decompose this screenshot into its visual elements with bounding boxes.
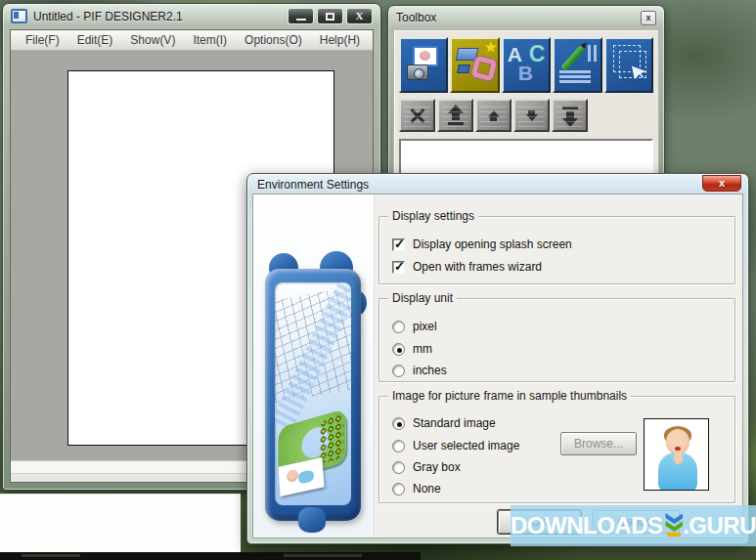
close-icon: X <box>356 11 364 22</box>
selection-marquee-icon <box>619 51 646 78</box>
background-white-panel <box>0 494 241 552</box>
radio-standard-image[interactable]: Standard image <box>392 415 496 431</box>
watermark-text-right: .GURU <box>683 512 756 539</box>
radio-selected-icon <box>392 343 405 356</box>
arrow-down-icon <box>562 118 578 127</box>
line-icon <box>594 45 597 62</box>
rectangle-small-icon <box>458 65 471 73</box>
arrow-stem <box>452 113 460 120</box>
bring-forward-button[interactable] <box>475 99 511 132</box>
checkmark-icon: ✓ <box>394 259 405 275</box>
option-label: Gray box <box>413 460 461 474</box>
line-icon <box>588 45 591 62</box>
option-label: mm <box>413 342 432 356</box>
option-label: Open with frames wizard <box>413 260 542 274</box>
group-label: Image for picture frame in sample thumbn… <box>388 389 631 403</box>
menubar: File(F) Edit(E) Show(V) Item(I) Options(… <box>11 30 373 51</box>
arrow-stem <box>566 111 574 118</box>
maximize-icon <box>326 13 334 21</box>
delete-x-icon <box>409 107 426 124</box>
send-to-back-button[interactable] <box>552 99 588 132</box>
radio-user-selected-image[interactable]: User selected image <box>392 438 519 453</box>
group-label: Display unit <box>388 291 457 305</box>
delete-item-button[interactable] <box>399 99 435 132</box>
radio-pixel[interactable]: pixel <box>392 319 437 334</box>
bottom-dark-strip <box>0 552 421 560</box>
dialog-client-area: Display settings ✓ Display opening splas… <box>252 194 743 538</box>
bring-to-front-button[interactable] <box>437 99 473 132</box>
dialog-banner-panel <box>253 194 375 538</box>
send-backward-button[interactable] <box>513 99 550 132</box>
option-label: None <box>413 482 441 495</box>
checkbox-icon: ✓ <box>392 238 405 251</box>
tool-button-row: A C B <box>399 37 653 93</box>
download-arrow-base <box>667 533 681 537</box>
tool-text-button[interactable]: A C B <box>502 37 551 93</box>
maximize-button[interactable] <box>317 8 343 24</box>
minimize-icon <box>296 19 306 21</box>
radio-icon <box>392 321 405 333</box>
menu-item-help[interactable]: Help(H) <box>311 31 369 49</box>
menu-item-file[interactable]: File(F) <box>17 31 68 49</box>
arrow-stem <box>490 117 497 121</box>
radio-none[interactable]: None <box>392 481 441 496</box>
arrange-button-row <box>399 99 653 132</box>
download-arrow-icon <box>664 513 681 538</box>
radio-icon <box>392 483 405 495</box>
decorative-mark <box>284 554 362 557</box>
tool-select-button[interactable] <box>604 37 653 93</box>
line-icon <box>559 70 591 73</box>
browse-button[interactable]: Browse... <box>560 432 637 455</box>
group-display-settings: Display settings ✓ Display opening splas… <box>378 216 735 284</box>
toolbox-title: Toolbox <box>396 11 436 24</box>
option-label: User selected image <box>413 439 519 452</box>
baby-art <box>674 451 683 464</box>
menu-item-options[interactable]: Options(O) <box>236 31 311 49</box>
radio-mm[interactable]: mm <box>392 341 432 357</box>
group-display-unit: Display unit pixel mm inches <box>378 298 735 382</box>
tool-draw-button[interactable] <box>553 37 601 93</box>
menu-item-item[interactable]: Item(I) <box>184 31 236 49</box>
watermark-text-left: DOWNLOADS <box>511 512 662 539</box>
menu-item-show[interactable]: Show(V) <box>121 31 184 49</box>
radio-icon <box>392 461 405 474</box>
letter-b-icon: B <box>518 62 533 85</box>
pencil-icon <box>561 45 586 71</box>
dialog-title: Environment Settings <box>257 178 369 192</box>
close-button[interactable]: X <box>346 8 373 24</box>
radio-inches[interactable]: inches <box>392 363 447 378</box>
line-icon <box>559 75 591 78</box>
tool-shapes-frame-button[interactable] <box>450 37 499 93</box>
desktop-background: Untitled - PIF DESIGNER2.1 X File(F) Edi… <box>0 0 756 560</box>
downloads-guru-watermark: DOWNLOADS .GURU <box>511 505 756 546</box>
radio-gray-box[interactable]: Gray box <box>392 459 461 475</box>
group-label: Display settings <box>388 209 478 223</box>
radio-icon <box>392 440 405 452</box>
dialog-titlebar[interactable]: Environment Settings <box>247 174 748 194</box>
main-titlebar[interactable]: Untitled - PIF DESIGNER2.1 X <box>3 4 380 28</box>
dialog-banner-art <box>265 251 363 537</box>
checkbox-display-splash-screen[interactable]: ✓ Display opening splash screen <box>392 237 572 252</box>
arrow-stem <box>528 110 535 114</box>
toolbox-close-button[interactable]: x <box>641 11 656 25</box>
option-label: pixel <box>413 320 437 333</box>
camera-icon <box>407 65 428 80</box>
decorative-mark <box>22 554 80 557</box>
option-label: Display opening splash screen <box>413 237 572 251</box>
minimize-button[interactable] <box>288 8 314 24</box>
checkbox-open-frames-wizard[interactable]: ✓ Open with frames wizard <box>392 259 542 275</box>
tool-photo-frame-button[interactable] <box>399 37 448 93</box>
arrow-down-icon <box>526 114 538 121</box>
arrow-up-icon <box>488 110 500 117</box>
group-thumbnail-image: Image for picture frame in sample thumbn… <box>378 396 735 503</box>
checkbox-icon: ✓ <box>392 261 405 274</box>
toolbox-titlebar[interactable]: Toolbox x <box>388 6 664 29</box>
banner-inner-art <box>275 282 351 505</box>
frame-icon <box>471 56 498 82</box>
menu-item-edit[interactable]: Edit(E) <box>68 31 122 49</box>
checkmark-icon: ✓ <box>394 237 405 252</box>
dialog-close-button[interactable]: x <box>702 175 741 192</box>
download-arrow-blue <box>665 513 683 524</box>
arrow-bar <box>448 122 464 125</box>
environment-settings-dialog: Environment Settings x <box>246 173 749 544</box>
